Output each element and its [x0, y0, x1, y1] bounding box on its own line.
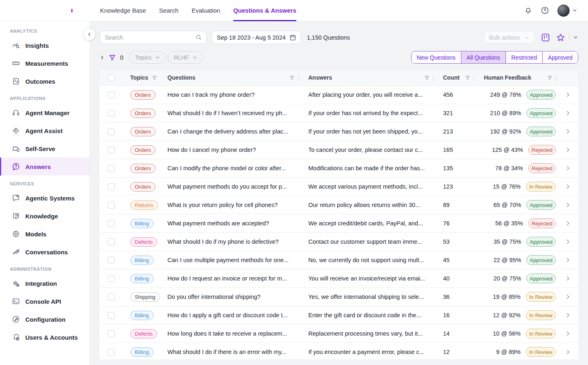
help-button[interactable] [541, 6, 549, 15]
notifications-button[interactable] [524, 6, 532, 15]
column-filter-icon[interactable] [465, 75, 470, 80]
row-expand[interactable] [558, 110, 578, 116]
table-row[interactable]: Orders What payment methods do you accep… [100, 178, 578, 196]
table-row[interactable]: Defects What should I do if my phone is … [100, 233, 578, 251]
select-all-checkbox[interactable] [108, 74, 115, 81]
expand-filters-button[interactable] [100, 55, 105, 60]
column-header-count[interactable]: Count [435, 70, 476, 85]
table-row[interactable]: Billing Can I use multiple payment metho… [100, 251, 578, 269]
user-menu[interactable] [557, 4, 577, 17]
sidebar-item-configuration[interactable]: Configuration [0, 310, 89, 328]
answer-cell: Modifications can be made if the order h… [301, 165, 435, 171]
status-badge: Rejected [528, 163, 556, 173]
table-row[interactable]: Billing How do I apply a gift card or di… [100, 306, 578, 325]
row-expand[interactable] [558, 257, 578, 263]
table-row[interactable]: Billing What payment methods are accepte… [100, 214, 578, 233]
topic-badge: Billing [130, 274, 154, 283]
row-expand[interactable] [558, 312, 578, 318]
column-filter-icon[interactable] [290, 75, 295, 80]
row-expand[interactable] [558, 129, 578, 134]
sidebar-item-models[interactable]: Models [0, 225, 89, 243]
sidebar-item-outcomes[interactable]: Outcomes [0, 72, 89, 90]
column-header-human-feedback[interactable]: Human Feedback [476, 70, 558, 85]
row-expand[interactable] [558, 92, 578, 98]
board-view-button[interactable] [541, 33, 550, 42]
date-range-picker[interactable]: Sep 18 2023 - Aug 5 2024 [212, 31, 301, 44]
nav-tab[interactable]: Questions & Answers [233, 0, 296, 21]
sidebar-item-conversations[interactable]: Conversations [0, 243, 89, 261]
view-tab[interactable]: New Questions [412, 51, 461, 63]
row-checkbox[interactable] [108, 312, 115, 319]
row-expand[interactable] [558, 202, 578, 208]
table-row[interactable]: Billing How do I request an invoice or r… [100, 269, 578, 288]
row-checkbox[interactable] [108, 238, 115, 245]
table-row[interactable]: Billing What should I do if there is an … [100, 343, 578, 359]
row-checkbox[interactable] [108, 110, 115, 117]
avatar[interactable] [557, 4, 570, 17]
sidebar-item-measurements[interactable]: Measurements [0, 54, 89, 72]
row-expand[interactable] [558, 276, 578, 281]
checklist-icon [12, 77, 20, 85]
view-tab[interactable]: Approved [542, 51, 578, 63]
row-expand[interactable] [558, 331, 578, 336]
row-checkbox[interactable] [108, 91, 115, 98]
nav-tab[interactable]: Evaluation [192, 0, 220, 21]
table-row[interactable]: Orders Can I change the delivery address… [100, 122, 578, 141]
row-expand[interactable] [558, 349, 578, 355]
sidebar-item-insights[interactable]: Insights [0, 36, 89, 54]
row-checkbox[interactable] [108, 330, 115, 337]
favorite-button[interactable] [556, 33, 565, 42]
row-checkbox[interactable] [108, 294, 115, 300]
sidebar-item-console-api[interactable]: Console API [0, 292, 89, 310]
sidebar-item-users-accounts[interactable]: Users & Accounts [0, 328, 89, 346]
filter-dropdown[interactable]: RLHF [168, 51, 204, 64]
bulk-actions-button[interactable]: Bulk actions [484, 31, 535, 44]
row-checkbox[interactable] [108, 165, 115, 172]
table-row[interactable]: Defects How long does it take to receive… [100, 325, 578, 343]
row-expand[interactable] [558, 184, 578, 189]
row-checkbox[interactable] [108, 128, 115, 135]
row-checkbox[interactable] [108, 349, 115, 356]
search-input[interactable] [105, 34, 196, 41]
column-header-questions[interactable]: Questions [160, 70, 301, 85]
view-tab[interactable]: Restricted [506, 51, 542, 63]
row-checkbox[interactable] [108, 275, 115, 282]
sidebar-item-answers[interactable]: Answers [0, 158, 89, 176]
table-row[interactable]: Orders Can I modify the phone model or c… [100, 159, 578, 178]
sidebar-item-agent-manager[interactable]: Agent Manager [0, 104, 89, 122]
sidebar-item-knowledge[interactable]: Knowledge [0, 207, 89, 225]
row-expand[interactable] [558, 239, 578, 245]
row-expand[interactable] [558, 220, 578, 226]
more-views-button[interactable] [573, 35, 578, 40]
row-expand[interactable] [558, 147, 578, 153]
table-row[interactable]: Orders What should I do if I haven’t rec… [100, 104, 578, 122]
search-box[interactable] [100, 31, 207, 44]
sidebar-item-integration[interactable]: Integration [0, 274, 89, 292]
row-expand[interactable] [558, 294, 578, 300]
column-filter-icon[interactable] [152, 75, 157, 80]
sidebar-item-self-serve[interactable]: Self-Serve [0, 140, 89, 158]
row-checkbox[interactable] [108, 147, 115, 154]
row-checkbox[interactable] [108, 202, 115, 209]
nav-tab[interactable]: Search [159, 0, 179, 21]
column-filter-icon[interactable] [547, 75, 552, 80]
sidebar-item-agent-assist[interactable]: Agent Assist [0, 122, 89, 140]
view-tab[interactable]: All Questions [461, 51, 506, 63]
row-checkbox[interactable] [108, 257, 115, 264]
table-row[interactable]: Orders How do I cancel my phone order? T… [100, 141, 578, 159]
question-count: 1,150 Questions [307, 34, 350, 41]
table-row[interactable]: Orders How can I track my phone order? A… [100, 86, 578, 104]
sidebar-item-agentic-systems[interactable]: Agentic Systems [0, 189, 89, 207]
table-row[interactable]: Returns What is your return policy for c… [100, 196, 578, 214]
nav-tab[interactable]: Knowledge Base [100, 0, 146, 21]
table-row[interactable]: Shipping Do you offer international ship… [100, 288, 578, 306]
row-checkbox[interactable] [108, 220, 115, 227]
filter-funnel-icon[interactable] [109, 54, 116, 61]
feedback-value: 20 @ 75% [476, 275, 521, 282]
filter-dropdown[interactable]: Topics [129, 51, 166, 64]
row-checkbox[interactable] [108, 183, 115, 190]
column-header-answers[interactable]: Answers [301, 70, 435, 85]
column-header-topics[interactable]: Topics [122, 70, 160, 85]
row-expand[interactable] [558, 165, 578, 171]
column-filter-icon[interactable] [424, 75, 430, 80]
